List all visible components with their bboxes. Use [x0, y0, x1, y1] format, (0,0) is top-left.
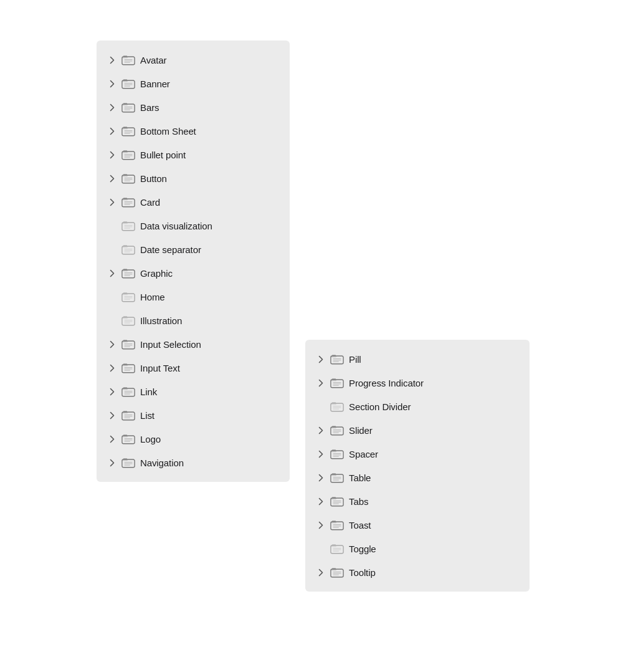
chevron-right-icon — [108, 269, 117, 277]
folder-icon — [121, 338, 135, 350]
item-label: Avatar — [140, 55, 166, 65]
folder-icon — [121, 362, 135, 374]
folder-icon — [121, 101, 135, 113]
item-label: Toast — [349, 520, 371, 530]
folder-icon — [121, 219, 135, 232]
list-item[interactable]: Tabs — [305, 489, 530, 513]
item-label: Bottom Sheet — [140, 126, 196, 137]
chevron-right-icon — [108, 411, 117, 420]
item-label: Table — [349, 473, 371, 483]
folder-icon — [330, 519, 344, 531]
item-label: Data visualization — [140, 221, 212, 231]
list-item[interactable]: Input Text — [97, 356, 290, 380]
item-label: Tabs — [349, 496, 368, 507]
list-item[interactable]: Tooltip — [305, 560, 530, 584]
list-item[interactable]: Toggle — [305, 537, 530, 560]
folder-icon — [330, 495, 344, 507]
list-item[interactable]: Section Divider — [305, 395, 530, 418]
item-label: Card — [140, 197, 160, 208]
item-label: Home — [140, 292, 165, 302]
chevron-right-icon — [108, 127, 117, 135]
list-item[interactable]: Table — [305, 466, 530, 489]
list-item[interactable]: Home — [97, 285, 290, 309]
folder-icon — [330, 377, 344, 389]
list-item[interactable]: Banner — [97, 72, 290, 95]
chevron-right-icon — [108, 103, 117, 112]
folder-icon — [121, 148, 135, 161]
chevron-right-icon — [108, 340, 117, 348]
list-item[interactable]: Toast — [305, 513, 530, 537]
chevron-right-icon — [108, 387, 117, 396]
item-label: Input Text — [140, 363, 180, 373]
list-item[interactable]: Spacer — [305, 442, 530, 466]
chevron-right-icon — [316, 473, 325, 482]
item-label: Button — [140, 173, 167, 184]
list-item[interactable]: Illustration — [97, 309, 290, 332]
item-label: Section Divider — [349, 401, 411, 412]
chevron-right-icon — [108, 55, 117, 64]
folder-icon — [330, 542, 344, 555]
list-item[interactable]: Link — [97, 380, 290, 403]
list-item[interactable]: Date separator — [97, 238, 290, 261]
list-item[interactable]: Slider — [305, 418, 530, 442]
list-item[interactable]: Button — [97, 166, 290, 190]
right-panel: Pill Progress Indicator Section — [305, 340, 530, 592]
folder-icon — [121, 77, 135, 90]
list-item[interactable]: Navigation — [97, 451, 290, 474]
chevron-right-icon — [108, 150, 117, 159]
list-item[interactable]: Bars — [97, 95, 290, 119]
item-label: Illustration — [140, 315, 182, 326]
folder-icon — [330, 471, 344, 484]
chevron-right-icon — [316, 568, 325, 577]
list-item[interactable]: Graphic — [97, 261, 290, 285]
chevron-right-icon — [316, 449, 325, 458]
chevron-right-icon — [108, 174, 117, 183]
item-label: Toggle — [349, 544, 376, 554]
item-label: Progress Indicator — [349, 378, 424, 388]
folder-icon — [121, 125, 135, 137]
list-item[interactable]: List — [97, 403, 290, 427]
item-label: Graphic — [140, 268, 173, 279]
item-label: Slider — [349, 425, 373, 436]
chevron-right-icon — [108, 79, 117, 88]
item-label: Pill — [349, 354, 361, 365]
folder-icon — [121, 385, 135, 398]
item-label: Navigation — [140, 458, 184, 468]
chevron-right-icon — [108, 198, 117, 206]
item-label: Spacer — [349, 449, 378, 459]
folder-icon — [121, 314, 135, 327]
list-item[interactable]: Bottom Sheet — [97, 119, 290, 143]
chevron-right-icon — [108, 458, 117, 467]
item-label: Bars — [140, 102, 159, 113]
left-panel: Avatar Banner — [97, 41, 290, 482]
list-item[interactable]: Bullet point — [97, 143, 290, 166]
list-item[interactable]: Input Selection — [97, 332, 290, 356]
item-label: Bullet point — [140, 150, 186, 160]
folder-icon — [330, 353, 344, 365]
item-label: Date separator — [140, 244, 201, 255]
item-label: Banner — [140, 79, 170, 89]
list-item[interactable]: Pill — [305, 347, 530, 371]
chevron-right-icon — [316, 378, 325, 387]
chevron-right-icon — [108, 363, 117, 372]
list-item[interactable]: Logo — [97, 427, 290, 451]
item-label: Tooltip — [349, 567, 376, 578]
folder-icon — [121, 267, 135, 279]
folder-icon — [330, 566, 344, 578]
folder-icon — [121, 196, 135, 208]
folder-icon — [121, 409, 135, 421]
list-item[interactable]: Avatar — [97, 48, 290, 72]
item-label: Logo — [140, 434, 161, 444]
folder-icon — [330, 448, 344, 460]
list-item[interactable]: Card — [97, 190, 290, 214]
item-label: List — [140, 410, 155, 421]
chevron-right-icon — [316, 426, 325, 434]
list-item[interactable]: Progress Indicator — [305, 371, 530, 395]
chevron-right-icon — [316, 497, 325, 506]
folder-icon — [121, 456, 135, 469]
item-label: Link — [140, 386, 157, 397]
folder-icon — [121, 290, 135, 303]
folder-icon — [121, 433, 135, 445]
list-item[interactable]: Data visualization — [97, 214, 290, 238]
folder-icon — [121, 172, 135, 185]
